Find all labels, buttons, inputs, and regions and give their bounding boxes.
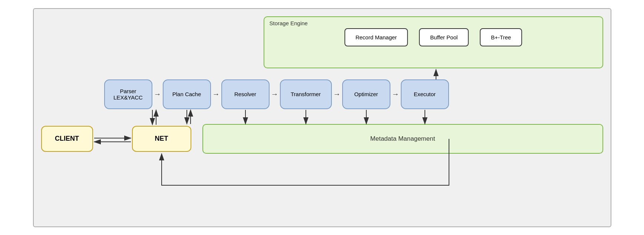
record-manager-box: Record Manager [344,28,408,46]
arrow-resolver-transformer: → [270,90,280,98]
buffer-pool-box: Buffer Pool [419,28,469,46]
executor-box: Executor [401,79,449,109]
client-box: CLIENT [41,126,93,152]
arrow-optimizer-executor: → [390,90,401,98]
arrow-transformer-optimizer: → [332,90,342,98]
storage-engine-boxes: Record Manager Buffer Pool B+-Tree [344,28,522,46]
net-box: NET [132,126,191,152]
plan-cache-box: Plan Cache [163,79,211,109]
storage-engine-box: Storage Engine Record Manager Buffer Poo… [264,16,603,68]
resolver-box: Resolver [221,79,270,109]
arrow-parser-plancache: → [152,90,163,98]
metadata-box: Metadata Management [202,124,603,154]
storage-engine-label: Storage Engine [270,20,308,26]
arrow-plancache-resolver: → [211,90,221,98]
transformer-box: Transformer [280,79,332,109]
pipeline-row: ParserLEX&YACC → Plan Cache → Resolver →… [104,79,603,109]
main-diagram: Storage Engine Record Manager Buffer Poo… [33,8,611,227]
bplus-tree-box: B+-Tree [480,28,522,46]
parser-box: ParserLEX&YACC [104,79,152,109]
optimizer-box: Optimizer [342,79,390,109]
